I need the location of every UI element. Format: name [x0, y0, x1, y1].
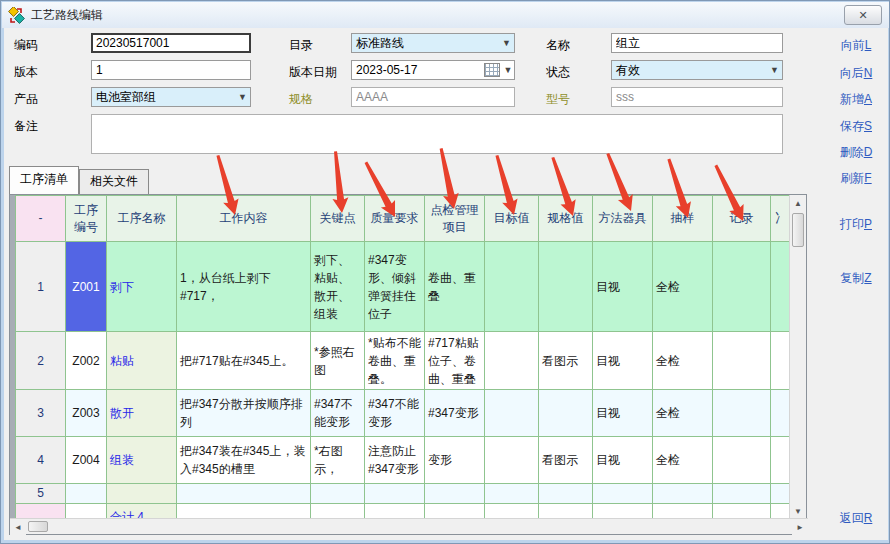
- save-button[interactable]: 保存S: [824, 118, 888, 135]
- catalog-select[interactable]: 标准路线 ▼: [351, 33, 515, 53]
- remark-textarea[interactable]: [91, 114, 783, 154]
- status-select[interactable]: 有效 ▼: [611, 60, 783, 80]
- version-input[interactable]: [91, 60, 251, 80]
- cell-method[interactable]: [593, 484, 653, 504]
- row-index[interactable]: 4: [16, 437, 66, 484]
- cell-check[interactable]: 变形: [425, 437, 485, 484]
- cell-keypoint[interactable]: [311, 484, 365, 504]
- model-input[interactable]: [611, 87, 783, 107]
- cell-record[interactable]: [713, 484, 771, 504]
- scroll-right-icon[interactable]: ►: [792, 519, 808, 535]
- add-button[interactable]: 新增A: [824, 91, 888, 108]
- cell-quality[interactable]: [365, 484, 425, 504]
- cell-code[interactable]: [66, 484, 107, 504]
- tab-related-files[interactable]: 相关文件: [79, 169, 149, 194]
- cell-quality[interactable]: *贴布不能卷曲、重叠。: [365, 332, 425, 390]
- col-header-keypoint[interactable]: 关键点: [311, 196, 365, 242]
- col-header-code[interactable]: 工序编号: [66, 196, 107, 242]
- cell-sample[interactable]: 全检: [653, 437, 713, 484]
- col-header-spec[interactable]: 规格值: [539, 196, 593, 242]
- cell-spec[interactable]: [539, 484, 593, 504]
- cell-sample[interactable]: 全检: [653, 332, 713, 390]
- cell-record[interactable]: [713, 437, 771, 484]
- cell-keypoint[interactable]: 剥下、粘贴、散开、组装: [311, 242, 365, 332]
- cell-check[interactable]: [425, 484, 485, 504]
- cell-quality[interactable]: #347不能变形: [365, 390, 425, 437]
- cell-spec[interactable]: [539, 390, 593, 437]
- version-date-picker[interactable]: 2023-05-17 ▼: [351, 60, 515, 80]
- forward-button[interactable]: 向前L: [824, 37, 888, 54]
- cell-record[interactable]: [713, 332, 771, 390]
- cell-target[interactable]: [485, 242, 539, 332]
- cell-code[interactable]: Z003: [66, 390, 107, 437]
- tab-process-list[interactable]: 工序清单: [9, 166, 79, 194]
- col-header-index[interactable]: -: [16, 196, 66, 242]
- cell-spec[interactable]: 看图示: [539, 332, 593, 390]
- return-button[interactable]: 返回R: [824, 510, 888, 527]
- cell-target[interactable]: [485, 437, 539, 484]
- vertical-scroll-thumb[interactable]: [792, 213, 804, 247]
- cell-code[interactable]: Z002: [66, 332, 107, 390]
- cell-check[interactable]: #347变形: [425, 390, 485, 437]
- cell-sample[interactable]: 全检: [653, 242, 713, 332]
- scroll-left-icon[interactable]: ◄: [10, 519, 26, 535]
- cell-record[interactable]: [713, 242, 771, 332]
- cell-name[interactable]: 剥下: [107, 242, 177, 332]
- cell-method[interactable]: 目视: [593, 390, 653, 437]
- cell-spec[interactable]: 看图示: [539, 437, 593, 484]
- title-bar[interactable]: 工艺路线编辑 ✕: [2, 2, 890, 28]
- cell-keypoint[interactable]: *右图示，: [311, 437, 365, 484]
- cell-name[interactable]: 组装: [107, 437, 177, 484]
- cell-method[interactable]: 目视: [593, 242, 653, 332]
- cell-sample[interactable]: 全检: [653, 390, 713, 437]
- cell-target[interactable]: [485, 332, 539, 390]
- col-header-content[interactable]: 工作内容: [177, 196, 311, 242]
- product-select[interactable]: 电池室部组 ▼: [91, 87, 251, 107]
- row-index[interactable]: 1: [16, 242, 66, 332]
- row-index[interactable]: 3: [16, 390, 66, 437]
- cell-keypoint[interactable]: #347不能变形: [311, 390, 365, 437]
- scroll-up-icon[interactable]: ▲: [790, 195, 806, 211]
- cell-check[interactable]: #717粘贴位子、卷曲、重叠: [425, 332, 485, 390]
- code-input[interactable]: [91, 33, 251, 53]
- cell-name[interactable]: [107, 484, 177, 504]
- cell-name[interactable]: 粘贴: [107, 332, 177, 390]
- cell-record[interactable]: [713, 390, 771, 437]
- cell-target[interactable]: [485, 484, 539, 504]
- chevron-down-icon[interactable]: ▼: [502, 65, 514, 75]
- cell-sample[interactable]: [653, 484, 713, 504]
- cell-name[interactable]: 散开: [107, 390, 177, 437]
- cell-quality[interactable]: #347变形、倾斜弹簧挂住位子: [365, 242, 425, 332]
- spec-input[interactable]: [351, 87, 515, 107]
- cell-content[interactable]: 把#717贴在#345上。: [177, 332, 311, 390]
- cell-content[interactable]: [177, 484, 311, 504]
- cell-content[interactable]: 1，从台纸上剥下#717，: [177, 242, 311, 332]
- col-header-check[interactable]: 点检管理项目: [425, 196, 485, 242]
- chevron-down-icon[interactable]: ▼: [767, 65, 782, 75]
- col-header-quality[interactable]: 质量要求: [365, 196, 425, 242]
- chevron-down-icon[interactable]: ▼: [499, 38, 514, 48]
- row-index[interactable]: 2: [16, 332, 66, 390]
- cell-spec[interactable]: [539, 242, 593, 332]
- col-header-method[interactable]: 方法器具: [593, 196, 653, 242]
- backward-button[interactable]: 向后N: [824, 65, 888, 82]
- chevron-down-icon[interactable]: ▼: [235, 92, 250, 102]
- calendar-icon[interactable]: [484, 63, 500, 77]
- cell-code[interactable]: Z004: [66, 437, 107, 484]
- row-index[interactable]: 5: [16, 484, 66, 504]
- print-button[interactable]: 打印P: [824, 216, 888, 233]
- cell-check[interactable]: 卷曲、重叠: [425, 242, 485, 332]
- refresh-button[interactable]: 刷新F: [824, 170, 888, 187]
- cell-method[interactable]: 目视: [593, 332, 653, 390]
- close-button[interactable]: ✕: [844, 5, 882, 25]
- scroll-down-icon[interactable]: ▼: [790, 503, 806, 519]
- col-header-name[interactable]: 工序名称: [107, 196, 177, 242]
- delete-button[interactable]: 删除D: [824, 144, 888, 161]
- cell-target[interactable]: [485, 390, 539, 437]
- copy-button[interactable]: 复制Z: [824, 270, 888, 287]
- cell-content[interactable]: 把#347装在#345上，装入#345的槽里: [177, 437, 311, 484]
- col-header-record[interactable]: 记录: [713, 196, 771, 242]
- col-header-sample[interactable]: 抽样: [653, 196, 713, 242]
- cell-method[interactable]: 目视: [593, 437, 653, 484]
- col-header-target[interactable]: 目标值: [485, 196, 539, 242]
